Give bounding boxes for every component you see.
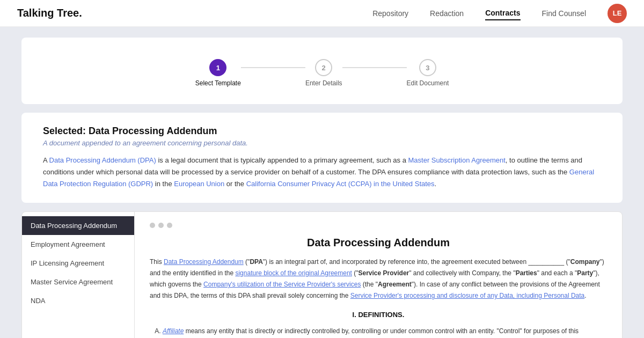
- template-item-nda[interactable]: NDA: [22, 291, 134, 310]
- stepper: 1 Select Template 2 Enter Details 3 Edit…: [43, 50, 601, 91]
- step-1-circle: 1: [209, 59, 226, 76]
- doc-dpa-ref: Data Processing Addendum: [164, 258, 244, 266]
- doc-company-ref: Company's utilization of the Service Pro…: [203, 281, 361, 288]
- stepper-card: 1 Select Template 2 Enter Details 3 Edit…: [21, 38, 623, 104]
- nav-find-counsel[interactable]: Find Counsel: [542, 7, 587, 20]
- template-item-master-service[interactable]: Master Service Agreement: [22, 273, 134, 291]
- dot-1: [150, 223, 155, 228]
- doc-body: This Data Processing Addendum ("DPA") is…: [150, 256, 607, 338]
- desc-text-4: in the: [153, 180, 174, 188]
- doc-section-1-title: I. DEFINITIONS.: [150, 309, 607, 321]
- doc-title: Data Processing Addendum: [150, 237, 607, 249]
- doc-window-dots: [150, 223, 607, 228]
- main-content: 1 Select Template 2 Enter Details 3 Edit…: [0, 27, 644, 338]
- document-preview: Data Processing Addendum This Data Proce…: [135, 212, 622, 338]
- desc-text-5: or the: [224, 180, 246, 188]
- desc-msa-link: Master Subscription Agreement: [408, 156, 505, 164]
- step-line-1-2: [241, 67, 305, 68]
- doc-sp-ref: Service Provider's processing and disclo…: [350, 292, 585, 299]
- template-layout: Data Processing Addendum Employment Agre…: [21, 211, 623, 338]
- logo: Talking Tree.: [17, 7, 82, 19]
- step-3-label: Edit Document: [407, 79, 449, 87]
- step-edit-document[interactable]: 3 Edit Document: [407, 59, 449, 87]
- header: Talking Tree. Repository Redaction Contr…: [0, 0, 644, 27]
- nav-repository[interactable]: Repository: [372, 7, 408, 20]
- step-1-label: Select Template: [195, 79, 241, 87]
- main-nav: Repository Redaction Contracts Find Coun…: [372, 6, 586, 20]
- selected-description: A Data Processing Addendum (DPA) is a le…: [43, 155, 601, 190]
- step-line-2-3: [342, 67, 407, 68]
- step-2-label: Enter Details: [305, 79, 342, 87]
- desc-text-1: A: [43, 156, 49, 164]
- dot-3: [167, 223, 172, 228]
- desc-text-6: .: [435, 180, 437, 188]
- doc-intro: This Data Processing Addendum ("DPA") is…: [150, 256, 607, 302]
- desc-ccpa-link: California Consumer Privacy Act (CCPA) i…: [246, 180, 435, 188]
- template-item-dpa[interactable]: Data Processing Addendum: [22, 216, 134, 235]
- desc-dpa-link: Data Processing Addendum (DPA): [49, 156, 156, 164]
- nav-redaction[interactable]: Redaction: [430, 7, 464, 20]
- dot-2: [158, 223, 164, 228]
- doc-def-affiliate: Affiliate means any entity that is direc…: [163, 326, 607, 338]
- template-sidebar: Data Processing Addendum Employment Agre…: [22, 212, 135, 338]
- selected-subtitle: A document appended to an agreement conc…: [43, 139, 601, 147]
- avatar[interactable]: LE: [608, 4, 627, 23]
- selected-title: Selected: Data Processing Addendum: [43, 126, 601, 137]
- desc-text-2: is a legal document that is typically ap…: [156, 156, 408, 164]
- step-select-template[interactable]: 1 Select Template: [195, 59, 241, 87]
- step-enter-details[interactable]: 2 Enter Details: [305, 59, 342, 87]
- step-3-circle: 3: [419, 59, 436, 76]
- step-2-circle: 2: [315, 59, 332, 76]
- template-item-ip[interactable]: IP Licensing Agreement: [22, 254, 134, 273]
- desc-eu-link: European Union: [174, 180, 224, 188]
- doc-definitions-list: Affiliate means any entity that is direc…: [150, 326, 607, 338]
- selected-info-card: Selected: Data Processing Addendum A doc…: [21, 113, 623, 203]
- def-affiliate-term: Affiliate: [163, 327, 184, 335]
- template-item-employment[interactable]: Employment Agreement: [22, 235, 134, 254]
- doc-sig-ref: signature block of the original Agreemen…: [235, 269, 352, 277]
- nav-contracts[interactable]: Contracts: [485, 6, 520, 20]
